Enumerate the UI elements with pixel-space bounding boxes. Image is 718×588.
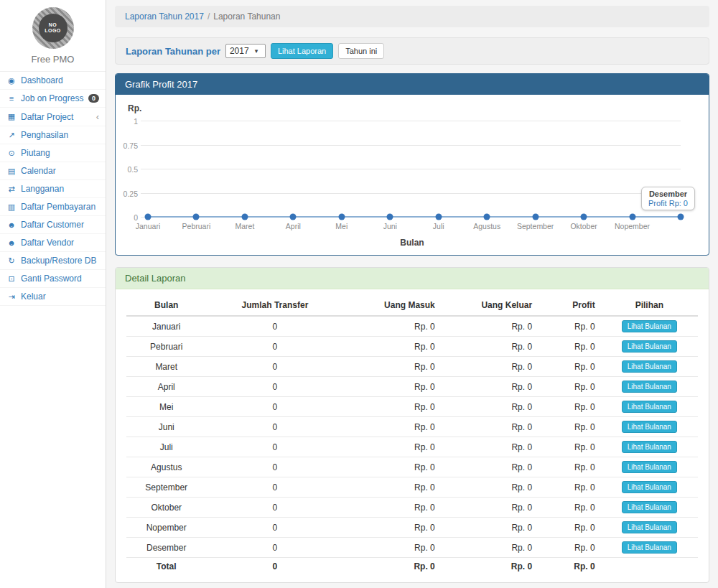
y-tick-label: 0.5: [113, 165, 138, 174]
month-cell: Nopember: [126, 518, 206, 538]
year-select-value: 2017: [230, 46, 249, 56]
payment-icon: ▥: [6, 202, 17, 212]
sidebar-item-piutang[interactable]: ⊙Piutang: [0, 144, 106, 162]
uang-masuk-cell: Rp. 0: [343, 397, 440, 417]
action-cell: Lihat Bulanan: [601, 337, 698, 357]
sidebar-item-ganti-password[interactable]: ⊡Ganti Password: [0, 270, 106, 288]
column-header-uang-masuk: Uang Masuk: [343, 295, 440, 316]
uang-masuk-cell: Rp. 0: [343, 437, 440, 457]
lihat-bulanan-button[interactable]: Lihat Bulanan: [622, 521, 677, 533]
gridline: 1: [141, 121, 681, 121]
lihat-bulanan-button[interactable]: Lihat Bulanan: [622, 501, 677, 513]
year-select[interactable]: 2017 ▾: [225, 44, 266, 58]
total-empty-cell: [601, 558, 698, 576]
x-tick-label: Oktober: [570, 222, 597, 230]
transfer-cell: 0: [206, 316, 343, 337]
brand-name: Free PMO: [0, 54, 106, 65]
data-point-desember[interactable]: [678, 214, 684, 220]
sidebar-item-penghasilan[interactable]: ↗Penghasilan: [0, 126, 106, 144]
profit-cell: Rp. 0: [538, 377, 601, 397]
report-table: BulanJumlah TransferUang MasukUang Kelua…: [126, 295, 698, 575]
table-row-juli: Juli0Rp. 0Rp. 0Rp. 0Lihat Bulanan: [126, 437, 698, 457]
uang-keluar-cell: Rp. 0: [441, 457, 538, 477]
profit-cell: Rp. 0: [538, 538, 601, 558]
lihat-bulanan-button[interactable]: Lihat Bulanan: [622, 381, 677, 393]
action-cell: Lihat Bulanan: [601, 498, 698, 518]
transfer-cell: 0: [206, 397, 343, 417]
sidebar-item-keluar[interactable]: ⇥Keluar: [0, 288, 106, 306]
sidebar-item-backup-restore-db[interactable]: ↻Backup/Restore DB: [0, 252, 106, 270]
x-tick-label: April: [286, 222, 301, 230]
profit-cell: Rp. 0: [538, 357, 601, 377]
sidebar-item-label: Ganti Password: [21, 274, 99, 284]
total-transfer: 0: [206, 558, 343, 576]
uang-masuk-cell: Rp. 0: [343, 538, 440, 558]
transfer-cell: 0: [206, 477, 343, 498]
lihat-laporan-button[interactable]: Lihat Laporan: [271, 43, 333, 59]
data-point-april[interactable]: [290, 214, 297, 220]
users-icon: ☻: [6, 238, 17, 247]
action-cell: Lihat Bulanan: [601, 316, 698, 337]
lihat-bulanan-button[interactable]: Lihat Bulanan: [622, 441, 677, 453]
lihat-bulanan-button[interactable]: Lihat Bulanan: [622, 421, 677, 433]
data-point-nopember[interactable]: [629, 214, 635, 220]
chart-panel: Grafik Profit 2017 Rp. Desember Profit R…: [115, 73, 709, 256]
brand: NO LOGO Free PMO: [0, 0, 106, 72]
table-row-oktober: Oktober0Rp. 0Rp. 0Rp. 0Lihat Bulanan: [126, 498, 698, 518]
data-point-juni[interactable]: [387, 214, 393, 220]
exchange-icon: ⇄: [6, 185, 17, 194]
sidebar-item-langganan[interactable]: ⇄Langganan: [0, 180, 106, 198]
column-header-bulan: Bulan: [126, 295, 206, 316]
lihat-bulanan-button[interactable]: Lihat Bulanan: [622, 340, 677, 353]
breadcrumb-link[interactable]: Laporan Tahun 2017: [125, 11, 204, 22]
x-tick-label: Maret: [235, 222, 254, 230]
lihat-bulanan-button[interactable]: Lihat Bulanan: [622, 320, 677, 332]
detail-body: BulanJumlah TransferUang MasukUang Kelua…: [116, 289, 709, 582]
uang-masuk-cell: Rp. 0: [343, 498, 440, 518]
sidebar-item-daftar-pembayaran[interactable]: ▥Daftar Pembayaran: [0, 198, 106, 216]
data-point-pebruari[interactable]: [193, 214, 200, 220]
column-header-uang-keluar: Uang Keluar: [441, 295, 538, 316]
action-cell: Lihat Bulanan: [601, 417, 698, 437]
uang-masuk-cell: Rp. 0: [343, 417, 440, 437]
data-point-agustus[interactable]: [484, 214, 490, 220]
profit-cell: Rp. 0: [538, 457, 601, 477]
data-point-oktober[interactable]: [581, 214, 587, 220]
x-tick-label: Mei: [335, 222, 348, 230]
sidebar-item-calendar[interactable]: ▤Calendar: [0, 162, 106, 180]
profit-line: [148, 216, 681, 218]
profit-cell: Rp. 0: [538, 477, 601, 498]
total-profit: Rp. 0: [538, 558, 601, 576]
chart-tooltip: Desember Profit Rp: 0: [641, 187, 695, 210]
lock-icon: ⊡: [6, 274, 17, 284]
sidebar-item-label: Daftar Project: [21, 112, 92, 122]
signout-icon: ⇥: [6, 292, 17, 302]
data-point-januari[interactable]: [145, 214, 151, 220]
table-row-januari: Januari0Rp. 0Rp. 0Rp. 0Lihat Bulanan: [126, 316, 698, 337]
uang-keluar-cell: Rp. 0: [441, 498, 538, 518]
y-tick-label: 0: [113, 213, 138, 222]
sidebar-item-job-on-progress[interactable]: ≡Job on Progress0: [0, 90, 106, 108]
data-point-mei[interactable]: [338, 214, 345, 220]
sidebar-item-daftar-vendor[interactable]: ☻Daftar Vendor: [0, 234, 106, 252]
logo-text: NO LOGO: [39, 14, 67, 42]
table-row-september: September0Rp. 0Rp. 0Rp. 0Lihat Bulanan: [126, 477, 698, 498]
data-point-juli[interactable]: [435, 214, 442, 220]
transfer-cell: 0: [206, 357, 343, 377]
lihat-bulanan-button[interactable]: Lihat Bulanan: [622, 360, 677, 373]
lihat-bulanan-button[interactable]: Lihat Bulanan: [622, 481, 677, 493]
data-point-maret[interactable]: [241, 214, 248, 220]
lihat-bulanan-button[interactable]: Lihat Bulanan: [622, 401, 677, 413]
sidebar-item-label: Daftar Pembayaran: [21, 202, 99, 212]
sidebar-item-daftar-project[interactable]: ▦Daftar Project‹: [0, 108, 106, 126]
lihat-bulanan-button[interactable]: Lihat Bulanan: [622, 541, 677, 554]
tooltip-title: Desember: [648, 190, 688, 198]
profit-chart: Desember Profit Rp: 0 10.750.50.250: [148, 121, 681, 217]
lihat-bulanan-button[interactable]: Lihat Bulanan: [622, 461, 677, 473]
sidebar-item-daftar-customer[interactable]: ☻Daftar Customer: [0, 216, 106, 234]
dashboard-icon: ◉: [6, 76, 17, 85]
sidebar-item-dashboard[interactable]: ◉Dashboard: [0, 72, 106, 90]
tahun-ini-button[interactable]: Tahun ini: [338, 43, 384, 59]
table-row-pebruari: Pebruari0Rp. 0Rp. 0Rp. 0Lihat Bulanan: [126, 337, 698, 357]
data-point-september[interactable]: [532, 214, 538, 220]
